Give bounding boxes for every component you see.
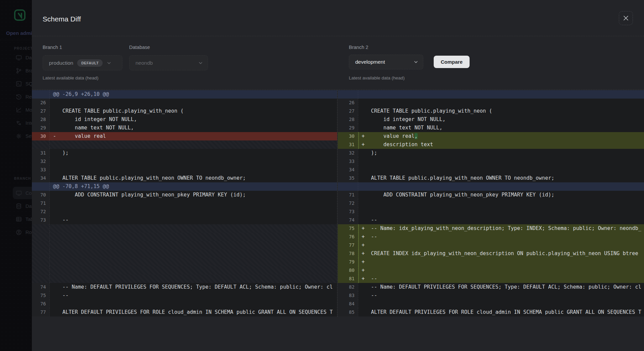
branch1-head-note: Latest available data (head) [43, 75, 99, 80]
diff-row-ctx: 32 [32, 157, 337, 166]
diff-row-gap [32, 266, 337, 275]
diff-row-ctx: 29 name text NOT NULL, [338, 124, 644, 132]
close-button[interactable] [619, 11, 633, 25]
branch1-select[interactable]: production DEFAULT [43, 55, 122, 70]
diff-row-ctx: 28 id integer NOT NULL, [338, 115, 644, 124]
diff-row-gap [32, 140, 337, 149]
database-value: neondb [136, 60, 153, 66]
diff-row-ctx: 71 [32, 199, 337, 208]
diff-row-ctx: 72 [338, 199, 644, 208]
modal-title: Schema Diff [43, 15, 81, 23]
diff-row-ctx: 73 -- [32, 216, 337, 224]
diff-row-ctx: 83 -- [338, 291, 644, 300]
diff-row-ctx: 75 -- [32, 291, 337, 300]
schema-diff-viewer: @@ -26,9 +26,10 @@26 27 CREATE TABLE pub… [32, 90, 644, 316]
diff-row-hunk [338, 182, 644, 191]
diff-row-gap [32, 275, 337, 283]
diff-row-ctx: 27 CREATE TABLE public.playing_with_neon… [338, 107, 644, 115]
header-divider [32, 36, 644, 36]
diff-row-add: 30+ value real, [338, 132, 644, 140]
diff-row-add: 81+-- [338, 275, 644, 283]
diff-row-add: 31+ description text [338, 140, 644, 149]
database-select[interactable]: neondb [129, 55, 208, 70]
diff-row-gap [32, 258, 337, 266]
diff-row-ctx: 85 ALTER DEFAULT PRIVILEGES FOR ROLE clo… [338, 308, 644, 316]
branch2-label: Branch 2 [349, 45, 368, 50]
diff-row-ctx: 82 -- Name: DEFAULT PRIVILEGES FOR SEQUE… [338, 283, 644, 291]
diff-row-ctx: 76 [32, 300, 337, 308]
diff-row-ctx: 72 [32, 208, 337, 216]
diff-row-ctx: 84 [338, 300, 644, 308]
branch2-select[interactable]: development [349, 55, 423, 69]
schema-diff-modal: Schema Diff Branch 1 Database Branch 2 p… [32, 0, 644, 351]
database-label: Database [129, 45, 150, 50]
diff-row-ctx: 33 [32, 166, 337, 174]
diff-row-ctx: 26 [338, 99, 644, 107]
close-icon [623, 15, 629, 21]
diff-row-add: 75+-- Name: idx_playing_with_neon_descri… [338, 224, 644, 233]
diff-row-ctx: 26 [32, 99, 337, 107]
diff-row-ctx: 33 [338, 157, 644, 166]
diff-row-gap [32, 224, 337, 233]
diff-row-hunk: @@ -26,9 +26,10 @@ [32, 90, 337, 99]
compare-button[interactable]: Compare [434, 56, 470, 68]
app-root: Open admin PROJECT DashboardBranchesSQL … [0, 0, 644, 351]
diff-row-add: 78+CREATE INDEX idx_playing_with_neon_de… [338, 249, 644, 258]
branch2-value: development [355, 59, 385, 65]
diff-pane-branch1[interactable]: @@ -26,9 +26,10 @@26 27 CREATE TABLE pub… [32, 90, 337, 316]
diff-row-ctx: 28 id integer NOT NULL, [32, 115, 337, 124]
diff-row-hunk [338, 90, 644, 99]
diff-row-ctx: 71 ADD CONSTRAINT playing_with_neon_pkey… [338, 191, 644, 199]
diff-row-add: 76+-- [338, 233, 644, 241]
diff-row-ctx: 35 ALTER TABLE public.playing_with_neon … [338, 174, 644, 182]
diff-row-ctx: 70 ADD CONSTRAINT playing_with_neon_pkey… [32, 191, 337, 199]
diff-row-ctx: 34 ALTER TABLE public.playing_with_neon … [32, 174, 337, 182]
diff-row-gap [32, 241, 337, 249]
default-badge: DEFAULT [77, 59, 103, 67]
diff-row-gap [32, 233, 337, 241]
diff-row-ctx: 29 name text NOT NULL, [32, 124, 337, 132]
diff-row-del: 30- value real [32, 132, 337, 140]
branch1-label: Branch 1 [43, 45, 62, 50]
diff-row-ctx: 77 ALTER DEFAULT PRIVILEGES FOR ROLE clo… [32, 308, 337, 316]
diff-row-ctx: 74 -- [338, 216, 644, 224]
diff-row-gap [32, 249, 337, 258]
diff-row-add: 80+ [338, 266, 644, 275]
diff-row-ctx: 31 ); [32, 149, 337, 157]
branch2-head-note: Latest available data (head) [349, 75, 405, 80]
chevron-down-icon [198, 61, 203, 65]
diff-row-add: 79+ [338, 258, 644, 266]
diff-row-ctx: 32 ); [338, 149, 644, 157]
chevron-down-icon [107, 61, 111, 65]
diff-pane-branch2[interactable]: 26 27 CREATE TABLE public.playing_with_n… [338, 90, 644, 316]
diff-row-ctx: 34 [338, 166, 644, 174]
diff-row-ctx: 73 [338, 208, 644, 216]
diff-row-add: 77+ [338, 241, 644, 249]
diff-row-hunk: @@ -70,8 +71,15 @@ [32, 182, 337, 191]
branch1-value: production [49, 60, 73, 66]
diff-row-ctx: 74 -- Name: DEFAULT PRIVILEGES FOR SEQUE… [32, 283, 337, 291]
diff-row-ctx: 27 CREATE TABLE public.playing_with_neon… [32, 107, 337, 115]
chevron-down-icon [414, 60, 418, 64]
